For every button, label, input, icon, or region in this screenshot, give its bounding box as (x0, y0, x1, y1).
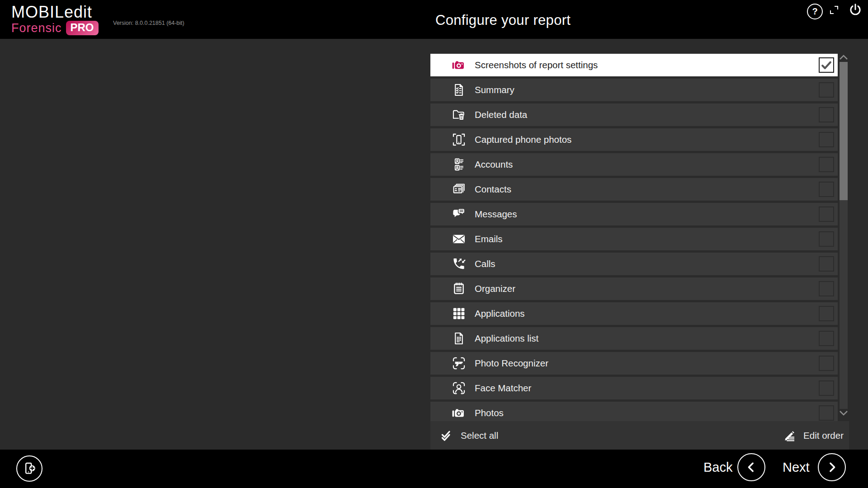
list-item-label: Messages (475, 209, 517, 220)
captured-phone-icon (451, 132, 467, 147)
list-item-photo-recognizer[interactable]: Photo Recognizer (430, 352, 838, 375)
list-item-label: Photos (475, 408, 504, 418)
list-item-label: Emails (475, 234, 503, 244)
report-sections-list: Screenshots of report settings Summary (430, 54, 838, 424)
checkbox[interactable] (819, 281, 834, 296)
checkbox[interactable] (819, 107, 834, 122)
calls-icon (451, 256, 467, 272)
face-matcher-icon (451, 380, 467, 396)
accounts-icon (451, 157, 467, 172)
list-item-label: Applications (475, 308, 525, 319)
list-item-face-matcher[interactable]: Face Matcher (430, 377, 838, 399)
photo-recognizer-icon (451, 356, 467, 371)
checkbox[interactable] (819, 132, 834, 147)
checkbox[interactable] (819, 356, 834, 371)
chevron-left-icon (745, 460, 758, 474)
checkbox[interactable] (819, 405, 834, 421)
list-item-label: Captured phone photos (475, 134, 571, 145)
list-item-label: Applications list (475, 333, 538, 344)
scroll-down-icon[interactable] (839, 410, 849, 417)
scrollbar-track[interactable] (840, 62, 848, 409)
list-item-accounts[interactable]: Accounts (430, 153, 838, 176)
list-item-contacts[interactable]: Contacts (430, 178, 838, 201)
header: MOBILedit Forensic PRO Version: 8.0.0.21… (0, 0, 868, 39)
organizer-icon (451, 281, 467, 296)
select-all-label: Select all (461, 430, 498, 441)
edit-pencil-icon (783, 429, 797, 442)
logo-pro-badge: PRO (66, 21, 99, 35)
edit-order-button[interactable]: Edit order (783, 429, 844, 442)
list-item-label: Organizer (475, 283, 515, 294)
checkbox[interactable] (819, 331, 834, 346)
chevron-right-icon (825, 460, 839, 474)
help-icon[interactable]: ? (807, 4, 823, 19)
select-all-button[interactable]: Select all (440, 429, 498, 442)
checkbox[interactable] (819, 206, 834, 222)
list-item-label: Screenshots of report settings (475, 60, 598, 70)
checkbox[interactable] (819, 380, 834, 396)
list-item-captured-phone-photos[interactable]: Captured phone photos (430, 128, 838, 151)
list-item-label: Summary (475, 84, 514, 95)
checkbox[interactable] (819, 82, 834, 98)
logo-secondary: Forensic (11, 21, 62, 35)
back-button[interactable] (737, 453, 765, 481)
list-item-organizer[interactable]: Organizer (430, 277, 838, 300)
next-button-label[interactable]: Next (783, 460, 810, 475)
photos-camera-icon (451, 405, 467, 421)
edit-order-label: Edit order (803, 430, 844, 441)
double-check-icon (440, 429, 454, 442)
version-label: Version: 8.0.0.21851 (64-bit) (113, 20, 184, 26)
list-item-deleted-data[interactable]: Deleted data (430, 103, 838, 126)
list-item-label: Face Matcher (475, 383, 531, 394)
messages-icon (451, 206, 467, 222)
checkbox[interactable] (819, 182, 834, 197)
logo-primary: MOBILedit (11, 4, 99, 21)
next-button[interactable] (818, 453, 846, 481)
add-phone-icon[interactable] (16, 455, 42, 482)
checkbox[interactable] (819, 157, 834, 172)
applications-list-icon (451, 331, 467, 346)
checkbox[interactable] (819, 306, 834, 321)
page-title: Configure your report (435, 12, 571, 28)
list-item-label: Accounts (475, 159, 513, 170)
list-item-applications-list[interactable]: Applications list (430, 327, 838, 350)
app-logo: MOBILedit Forensic PRO (11, 4, 99, 35)
scrollbar-thumb[interactable] (840, 62, 848, 200)
list-item-label: Calls (475, 258, 495, 269)
list-item-label: Deleted data (475, 109, 527, 120)
list-item-calls[interactable]: Calls (430, 253, 838, 275)
list-item-applications[interactable]: Applications (430, 302, 838, 325)
camera-icon (451, 57, 467, 73)
checkbox[interactable] (819, 256, 834, 272)
list-item-label: Contacts (475, 184, 511, 195)
applications-grid-icon (451, 306, 467, 321)
emails-icon (451, 231, 467, 247)
list-item-emails[interactable]: Emails (430, 228, 838, 250)
list-item-messages[interactable]: Messages (430, 203, 838, 225)
list-actions-bar: Select all Edit order (430, 421, 849, 450)
checkbox[interactable] (819, 231, 834, 247)
list-item-label: Photo Recognizer (475, 358, 548, 369)
list-item-summary[interactable]: Summary (430, 79, 838, 101)
deleted-folder-icon (451, 107, 467, 122)
resize-window-icon[interactable] (829, 5, 840, 15)
summary-document-icon (451, 82, 467, 98)
checkbox[interactable] (819, 57, 834, 73)
list-item-screenshots-of-report-settings[interactable]: Screenshots of report settings (430, 54, 838, 76)
contacts-icon (451, 182, 467, 197)
scroll-up-icon[interactable] (839, 53, 849, 61)
back-button-label[interactable]: Back (703, 460, 732, 475)
power-icon[interactable] (848, 3, 863, 17)
